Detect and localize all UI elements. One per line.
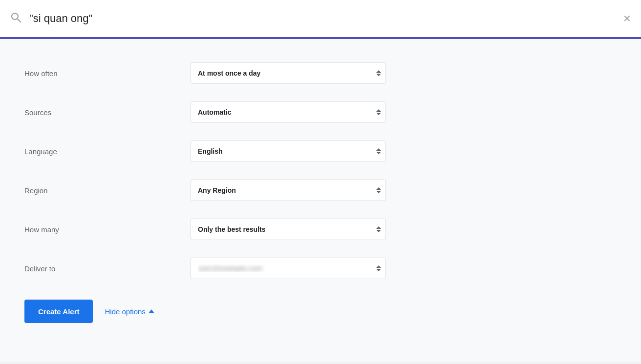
search-icon — [10, 11, 21, 26]
form-row-region: RegionAny RegionUnited StatesUnited King… — [24, 171, 617, 210]
triangle-up-icon — [149, 309, 154, 313]
label-how-many: How many — [24, 225, 191, 234]
label-sources: Sources — [24, 108, 191, 117]
create-alert-button[interactable]: Create Alert — [24, 300, 93, 323]
select-how-many[interactable]: Only the best resultsAll results — [191, 219, 386, 240]
search-bar: ✕ — [0, 0, 641, 39]
search-input[interactable] — [29, 12, 615, 25]
select-language[interactable]: Any LanguageEnglishSpanishFrenchGermanCh… — [191, 141, 386, 162]
hide-options-label: Hide options — [105, 307, 145, 316]
form-row-sources: SourcesAutomaticNewsBlogsWebVideoBooksDi… — [24, 93, 617, 132]
form-row-language: LanguageAny LanguageEnglishSpanishFrench… — [24, 132, 617, 171]
form-row-how-many: How manyOnly the best resultsAll results — [24, 210, 617, 249]
main-content: How oftenAs-it-happensAt most once a day… — [0, 39, 641, 362]
label-language: Language — [24, 147, 191, 156]
form-row-deliver-to: Deliver touser@example.com — [24, 249, 617, 288]
label-how-often: How often — [24, 69, 191, 78]
button-row: Create Alert Hide options — [24, 300, 617, 323]
label-region: Region — [24, 186, 191, 195]
form-row-how-often: How oftenAs-it-happensAt most once a day… — [24, 54, 617, 93]
clear-icon[interactable]: ✕ — [623, 13, 631, 24]
options-form: How oftenAs-it-happensAt most once a day… — [24, 54, 617, 288]
select-sources[interactable]: AutomaticNewsBlogsWebVideoBooksDiscussio… — [191, 101, 386, 123]
label-deliver-to: Deliver to — [24, 264, 191, 273]
select-deliver-to[interactable]: user@example.com — [191, 258, 386, 279]
select-region[interactable]: Any RegionUnited StatesUnited KingdomAus… — [191, 180, 386, 201]
select-how-often[interactable]: As-it-happensAt most once a dayAt most o… — [191, 62, 386, 84]
hide-options-button[interactable]: Hide options — [105, 307, 154, 316]
svg-line-1 — [18, 19, 21, 22]
